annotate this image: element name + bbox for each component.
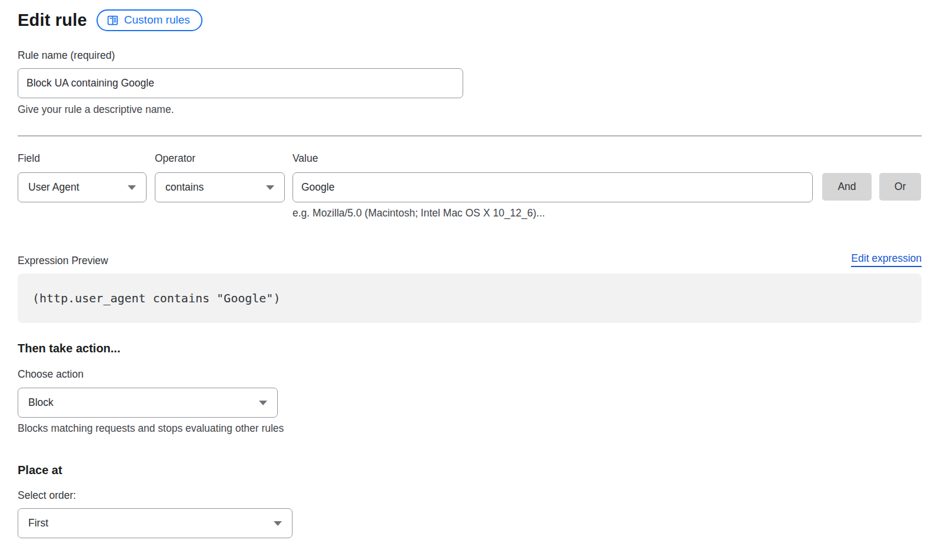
field-column: Field User Agent <box>18 152 147 202</box>
order-selected-value: First <box>28 517 48 529</box>
rule-name-section: Rule name (required) Give your rule a de… <box>18 49 922 116</box>
operator-selected-value: contains <box>165 181 204 194</box>
action-heading: Then take action... <box>18 342 922 355</box>
action-selected-value: Block <box>28 396 54 409</box>
value-input[interactable] <box>293 172 813 202</box>
field-label: Field <box>18 152 147 165</box>
expression-preview-header: Expression Preview Edit expression <box>18 252 922 267</box>
or-button[interactable]: Or <box>879 173 921 201</box>
rule-name-label: Rule name (required) <box>18 49 922 62</box>
field-selected-value: User Agent <box>28 181 79 194</box>
expression-preview-label: Expression Preview <box>18 255 108 267</box>
caret-down-icon <box>128 185 136 190</box>
operator-label: Operator <box>155 152 285 165</box>
caret-down-icon <box>266 185 274 190</box>
action-section: Then take action... Choose action Block … <box>18 342 922 435</box>
rule-name-input[interactable] <box>18 68 463 98</box>
choose-action-label: Choose action <box>18 368 922 381</box>
edit-expression-link[interactable]: Edit expression <box>851 252 922 267</box>
operator-column: Operator contains <box>155 152 285 202</box>
page-title: Edit rule <box>18 11 87 30</box>
value-help: e.g. Mozilla/5.0 (Macintosh; Intel Mac O… <box>293 207 813 219</box>
select-order-label: Select order: <box>18 489 922 502</box>
rule-name-input-wrap <box>18 68 463 98</box>
and-button[interactable]: And <box>822 173 872 201</box>
custom-rules-button[interactable]: Custom rules <box>97 9 202 31</box>
section-divider <box>18 135 922 136</box>
custom-rules-label: Custom rules <box>124 14 190 26</box>
field-select[interactable]: User Agent <box>18 172 147 202</box>
value-column: Value e.g. Mozilla/5.0 (Macintosh; Intel… <box>293 152 813 219</box>
placement-section: Place at Select order: First <box>18 464 922 538</box>
expression-text: (http.user_agent contains "Google") <box>32 291 280 305</box>
caret-down-icon <box>274 521 282 526</box>
expression-builder-row: Field User Agent Operator contains Value… <box>18 152 922 219</box>
operator-select[interactable]: contains <box>155 172 285 202</box>
caret-down-icon <box>259 401 267 405</box>
open-book-icon <box>107 14 119 26</box>
expression-preview-code: (http.user_agent contains "Google") <box>18 274 922 323</box>
action-select[interactable]: Block <box>18 388 278 418</box>
order-select[interactable]: First <box>18 508 293 538</box>
value-label: Value <box>293 152 813 165</box>
page-header: Edit rule Custom rules <box>18 9 922 31</box>
rule-name-help: Give your rule a descriptive name. <box>18 104 922 116</box>
action-help: Blocks matching requests and stops evalu… <box>18 422 922 435</box>
edit-rule-page: Edit rule Custom rules Rule name (requir… <box>0 0 934 538</box>
place-at-heading: Place at <box>18 464 922 477</box>
